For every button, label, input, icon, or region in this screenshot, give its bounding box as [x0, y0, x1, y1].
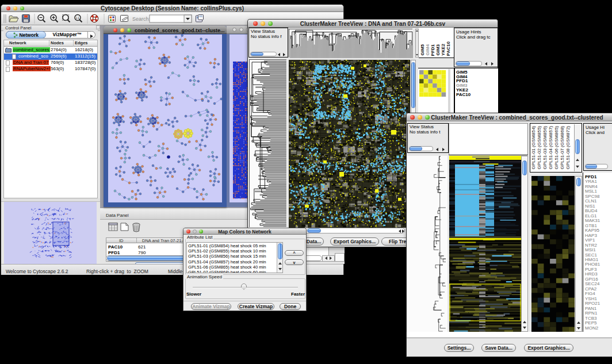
svg-text:Search:: Search: [132, 16, 150, 22]
svg-text:1:1: 1:1 [76, 17, 80, 20]
